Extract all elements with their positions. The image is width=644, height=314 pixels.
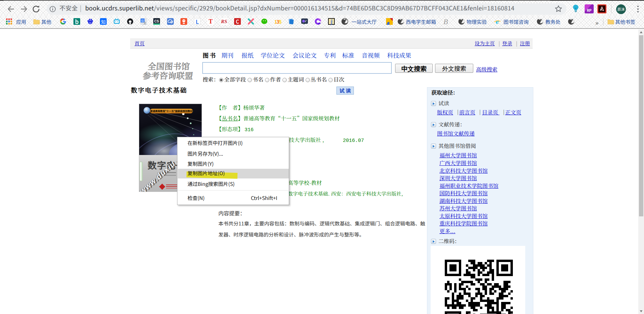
- svg-text:文: 文: [144, 21, 147, 25]
- svg-text:CS: CS: [154, 19, 159, 23]
- svg-text:du: du: [89, 22, 92, 24]
- svg-text:e: e: [496, 18, 499, 25]
